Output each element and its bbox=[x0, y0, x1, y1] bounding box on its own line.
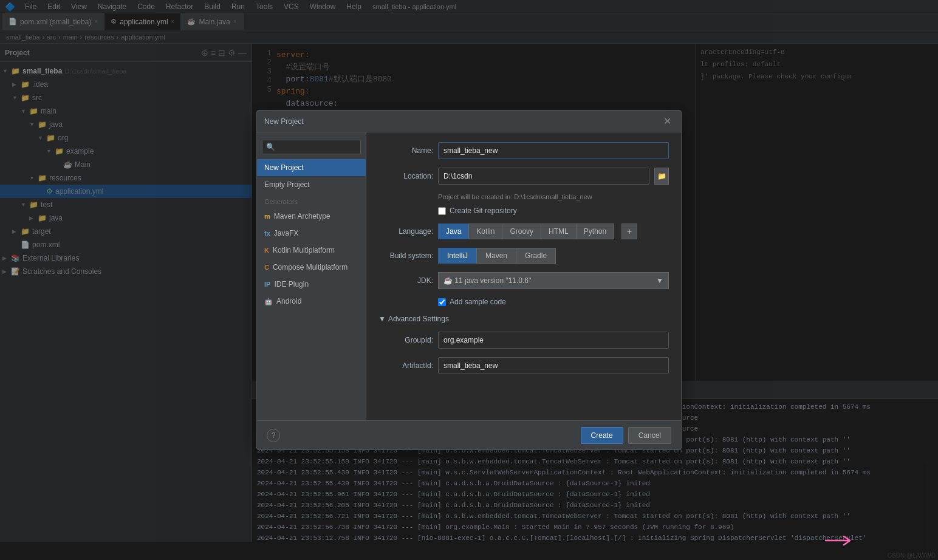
form-row-jdk: JDK: ☕ 11 java version "11.0.6" ▼ bbox=[378, 272, 669, 289]
git-checkbox-row: Create Git repository bbox=[438, 207, 669, 215]
kotlin-label: Kotlin Multiplatform bbox=[273, 246, 335, 254]
dialog-nav-new-project[interactable]: New Project bbox=[257, 159, 366, 176]
ide-plugin-label: IDE Plugin bbox=[274, 280, 309, 289]
lang-java-button[interactable]: Java bbox=[438, 224, 468, 239]
dialog-nav-ide-plugin[interactable]: IP IDE Plugin bbox=[257, 276, 366, 293]
advanced-settings-toggle[interactable]: ▼ Advanced Settings bbox=[378, 315, 669, 323]
javafx-icon: fx bbox=[264, 230, 270, 237]
dialog-nav-compose-multiplatform[interactable]: C Compose Multiplatform bbox=[257, 259, 366, 276]
build-intellij-button[interactable]: IntelliJ bbox=[438, 248, 476, 264]
dialog-body: New Project Empty Project Generators m M… bbox=[257, 132, 681, 420]
compose-icon: C bbox=[264, 264, 269, 271]
build-system-buttons: IntelliJ Maven Gradle bbox=[438, 248, 556, 264]
maven-archetype-icon: m bbox=[264, 213, 270, 220]
cancel-button[interactable]: Cancel bbox=[628, 427, 671, 444]
artifactid-input[interactable] bbox=[438, 357, 669, 374]
groupid-input[interactable] bbox=[438, 332, 669, 349]
lang-html-button[interactable]: HTML bbox=[541, 224, 576, 239]
form-row-groupid: GroupId: bbox=[378, 332, 669, 349]
build-maven-button[interactable]: Maven bbox=[476, 248, 516, 264]
location-input[interactable] bbox=[438, 168, 649, 185]
lang-groovy-button[interactable]: Groovy bbox=[502, 224, 541, 239]
dialog-right-panel: Name: Location: 📁 Project will be create… bbox=[366, 132, 681, 420]
form-row-name: Name: bbox=[378, 142, 669, 159]
empty-project-label: Empty Project bbox=[264, 180, 310, 189]
form-row-artifactid: ArtifactId: bbox=[378, 357, 669, 374]
jdk-label: JDK: bbox=[378, 276, 433, 285]
advanced-label: Advanced Settings bbox=[388, 315, 449, 323]
dialog-overlay: New Project ✕ New Project Empty Project … bbox=[0, 0, 938, 560]
sample-code-checkbox[interactable] bbox=[438, 298, 446, 306]
help-button[interactable]: ? bbox=[267, 429, 280, 442]
sample-code-label: Add sample code bbox=[450, 298, 506, 306]
arrow-indicator bbox=[823, 533, 859, 548]
git-label: Create Git repository bbox=[450, 207, 517, 215]
android-label: Android bbox=[276, 297, 301, 306]
dialog-nav-maven-archetype[interactable]: m Maven Archetype bbox=[257, 208, 366, 225]
kotlin-icon: K bbox=[264, 247, 269, 254]
footer-buttons: Create Cancel bbox=[581, 427, 671, 444]
lang-kotlin-button[interactable]: Kotlin bbox=[468, 224, 502, 239]
javafx-label: JavaFX bbox=[274, 229, 299, 237]
dialog-nav-empty-project[interactable]: Empty Project bbox=[257, 176, 366, 193]
location-label: Location: bbox=[378, 172, 433, 180]
generators-label: Generators bbox=[257, 193, 366, 208]
help-icon: ? bbox=[272, 431, 276, 440]
dialog-nav-kotlin-multiplatform[interactable]: K Kotlin Multiplatform bbox=[257, 242, 366, 259]
dialog-title: New Project bbox=[264, 117, 304, 126]
sample-code-row: Add sample code bbox=[438, 298, 669, 306]
jdk-dropdown[interactable]: ☕ 11 java version "11.0.6" ▼ bbox=[438, 272, 669, 289]
build-label: Build system: bbox=[378, 251, 433, 260]
language-label: Language: bbox=[378, 227, 433, 236]
build-gradle-button[interactable]: Gradle bbox=[516, 248, 556, 264]
dialog-nav-android[interactable]: 🤖 Android bbox=[257, 293, 366, 310]
ide-plugin-icon: IP bbox=[264, 281, 270, 288]
git-checkbox[interactable] bbox=[438, 207, 446, 215]
new-project-dialog: New Project ✕ New Project Empty Project … bbox=[256, 110, 682, 450]
compose-label: Compose Multiplatform bbox=[273, 263, 347, 271]
new-project-label: New Project bbox=[264, 163, 304, 172]
dialog-close-button[interactable]: ✕ bbox=[660, 115, 674, 128]
groupid-label: GroupId: bbox=[378, 336, 433, 344]
form-row-language: Language: Java Kotlin Groovy HTML Python… bbox=[378, 224, 669, 239]
advanced-arrow-icon: ▼ bbox=[378, 315, 386, 323]
lang-python-button[interactable]: Python bbox=[576, 224, 614, 239]
dialog-title-bar: New Project ✕ bbox=[257, 111, 681, 132]
create-button[interactable]: Create bbox=[581, 427, 623, 444]
dialog-nav-javafx[interactable]: fx JavaFX bbox=[257, 225, 366, 242]
name-input[interactable] bbox=[438, 142, 669, 159]
form-row-location: Location: 📁 bbox=[378, 168, 669, 185]
jdk-dropdown-arrow: ▼ bbox=[656, 276, 663, 285]
android-icon: 🤖 bbox=[264, 298, 273, 306]
jdk-value: ☕ 11 java version "11.0.6" bbox=[443, 276, 531, 285]
maven-archetype-label: Maven Archetype bbox=[274, 212, 330, 220]
path-note: Project will be created in: D:\1csdn\sma… bbox=[438, 193, 669, 200]
form-row-build: Build system: IntelliJ Maven Gradle bbox=[378, 248, 669, 264]
add-language-button[interactable]: + bbox=[621, 224, 637, 239]
artifactid-label: ArtifactId: bbox=[378, 361, 433, 370]
dialog-search-input[interactable] bbox=[262, 140, 361, 154]
language-buttons: Java Kotlin Groovy HTML Python bbox=[438, 224, 614, 239]
browse-button[interactable]: 📁 bbox=[654, 168, 669, 185]
name-label: Name: bbox=[378, 146, 433, 155]
dialog-left-panel: New Project Empty Project Generators m M… bbox=[257, 132, 366, 420]
dialog-footer: ? Create Cancel bbox=[257, 420, 681, 449]
